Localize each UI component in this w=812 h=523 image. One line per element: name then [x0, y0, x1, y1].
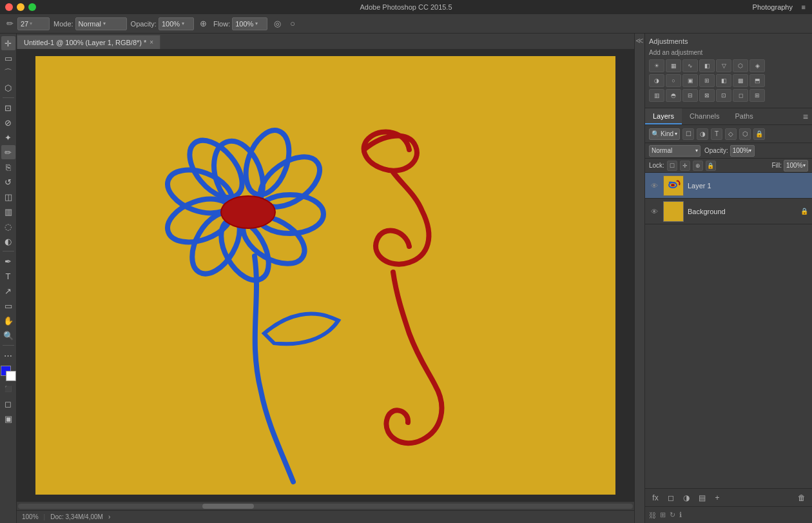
workspace-label[interactable]: Photography — [753, 3, 793, 11]
screen-mode[interactable]: ▣ — [1, 411, 15, 426]
background-visibility-toggle[interactable]: 👁 — [649, 206, 659, 217]
lock-filter-btn[interactable]: 🔒 — [753, 128, 765, 140]
tab-channels[interactable]: Channels — [682, 108, 727, 124]
rectangular-marquee-tool[interactable]: ▭ — [1, 51, 15, 65]
channel-mixer-adj[interactable]: ▣ — [682, 74, 698, 87]
opacity-dropdown[interactable]: 100% ▾ — [159, 17, 194, 30]
tab-paths[interactable]: Paths — [728, 108, 761, 124]
layer1-visibility-toggle[interactable]: 👁 — [649, 181, 659, 191]
status-arrow[interactable]: › — [108, 513, 110, 520]
extra-tools[interactable]: ⋯ — [1, 348, 15, 362]
photo-filter-adj[interactable]: ○ — [666, 74, 681, 87]
add-adjustment-button[interactable]: ◑ — [680, 491, 693, 504]
zoom-tool[interactable]: 🔍 — [1, 328, 15, 342]
add-style-button[interactable]: fx — [649, 491, 662, 504]
lock-position-btn[interactable]: ✛ — [680, 161, 690, 171]
spot-heal-tool[interactable]: ✦ — [1, 130, 15, 144]
link-layers-icon[interactable]: ⛓ — [649, 511, 656, 519]
smooth-toggle[interactable]: ○ — [287, 18, 298, 30]
quick-select-tool[interactable]: ⬡ — [1, 81, 15, 95]
path-selection-tool[interactable]: ↗ — [1, 284, 15, 298]
color-balance-adj[interactable]: ◈ — [749, 59, 765, 72]
delete-layer-button[interactable]: 🗑 — [795, 491, 808, 504]
new-layer-button[interactable]: + — [711, 491, 724, 504]
new-group-button[interactable]: ▤ — [695, 491, 708, 504]
canvas[interactable] — [35, 56, 615, 495]
hand-tool[interactable]: ✋ — [1, 313, 15, 328]
collapse-icon[interactable]: ≪ — [635, 36, 644, 45]
workspace-menu-icon[interactable]: ≡ — [802, 3, 806, 11]
eraser-tool[interactable]: ◫ — [1, 190, 15, 204]
blend-mode-select[interactable]: Normal ▾ — [649, 145, 701, 157]
color-swatches[interactable] — [1, 366, 16, 381]
lock-all-btn[interactable]: 🔒 — [706, 161, 716, 171]
adj10[interactable]: ⊡ — [716, 89, 731, 102]
pen-tool[interactable]: ✒ — [1, 254, 15, 268]
curves-adj[interactable]: ∿ — [682, 59, 698, 72]
dodge-tool[interactable]: ◐ — [1, 234, 15, 248]
brush-size[interactable]: 27 ▾ — [17, 17, 50, 30]
text-tool[interactable]: T — [1, 269, 15, 283]
eyedropper-tool[interactable]: ⊘ — [1, 115, 15, 130]
kind-select[interactable]: 🔍 Kind ▾ — [649, 128, 680, 140]
close-button[interactable] — [5, 3, 13, 11]
levels-adj[interactable]: ▦ — [666, 59, 681, 72]
clone-stamp-tool[interactable]: ⎘ — [1, 160, 15, 174]
background-name: Background — [688, 208, 797, 215]
adj8[interactable]: ⊟ — [682, 89, 698, 102]
adj12[interactable]: ⊞ — [749, 89, 765, 102]
gradient-tool[interactable]: ▥ — [1, 204, 15, 219]
color-lookup-adj[interactable]: ⊞ — [699, 74, 715, 87]
pixel-filter-btn[interactable]: ☐ — [682, 128, 694, 140]
blur-tool[interactable]: ◌ — [1, 219, 15, 233]
pressure-toggle[interactable]: ⊕ — [198, 18, 209, 30]
hue-sat-adj[interactable]: ⬡ — [733, 59, 748, 72]
layer-item-background[interactable]: 👁 Background 🔒 — [645, 199, 812, 224]
lasso-tool[interactable]: ⌒ — [1, 66, 15, 80]
posterize-adj[interactable]: ▩ — [733, 74, 748, 87]
document-tab[interactable]: Untitled-1 @ 100% (Layer 1, RGB/8*) * × — [17, 35, 160, 49]
adj9[interactable]: ⊠ — [699, 89, 715, 102]
threshold-adj[interactable]: ⬒ — [749, 74, 765, 87]
lock-pixels-btn[interactable]: ☐ — [667, 161, 677, 171]
exposure-adj[interactable]: ◧ — [699, 59, 715, 72]
vibrance-adj[interactable]: ▽ — [716, 59, 731, 72]
mode-dropdown[interactable]: Normal ▾ — [75, 17, 127, 30]
maximize-button[interactable] — [28, 3, 36, 11]
default-colors[interactable]: ⬛ — [1, 382, 15, 396]
brush-tool[interactable]: ✏ — [1, 145, 15, 159]
panel-info-icon[interactable]: ℹ — [679, 511, 682, 519]
gradient-map-adj[interactable]: ▥ — [649, 89, 664, 102]
lock-artboard-btn[interactable]: ⊕ — [693, 161, 703, 171]
tab-close-button[interactable]: × — [150, 39, 153, 46]
type-filter-btn[interactable]: T — [711, 128, 722, 140]
adjustment-filter-btn[interactable]: ◑ — [697, 128, 708, 140]
flow-dropdown[interactable]: 100% ▾ — [232, 17, 267, 30]
brightness-contrast-adj[interactable]: ☀ — [649, 59, 664, 72]
fill-value[interactable]: 100% ▾ — [784, 160, 808, 172]
airbrush-toggle[interactable]: ◎ — [271, 18, 283, 30]
horizontal-scrollbar[interactable] — [17, 501, 634, 510]
quick-mask[interactable]: ◻ — [1, 397, 15, 411]
layer-item-1[interactable]: 👁 Layer 1 — [645, 173, 812, 199]
invert-adj[interactable]: ◧ — [716, 74, 731, 87]
panel-adjust-icon[interactable]: ⊞ — [660, 511, 666, 519]
selective-color-adj[interactable]: ◓ — [666, 89, 681, 102]
shape-tool[interactable]: ▭ — [1, 299, 15, 313]
background-color[interactable] — [6, 371, 16, 381]
shape-filter-btn[interactable]: ◇ — [725, 128, 737, 140]
panel-rotate-icon[interactable]: ↻ — [670, 511, 675, 519]
minimize-button[interactable] — [17, 3, 24, 11]
adj11[interactable]: ◻ — [733, 89, 748, 102]
tab-layers[interactable]: Layers — [645, 108, 682, 124]
history-brush-tool[interactable]: ↺ — [1, 175, 15, 189]
scrollbar-thumb[interactable] — [202, 504, 254, 509]
move-tool[interactable]: ✛ — [1, 36, 15, 50]
add-mask-button[interactable]: ◻ — [664, 491, 677, 504]
smart-filter-btn[interactable]: ⬡ — [739, 128, 751, 140]
brush-tool-indicator[interactable]: ✏ 27 ▾ — [4, 17, 50, 30]
crop-tool[interactable]: ⊡ — [1, 101, 15, 115]
layers-menu-button[interactable]: ≡ — [803, 112, 808, 122]
opacity-value[interactable]: 100% ▾ — [730, 145, 755, 157]
bw-adj[interactable]: ◑ — [649, 74, 664, 87]
